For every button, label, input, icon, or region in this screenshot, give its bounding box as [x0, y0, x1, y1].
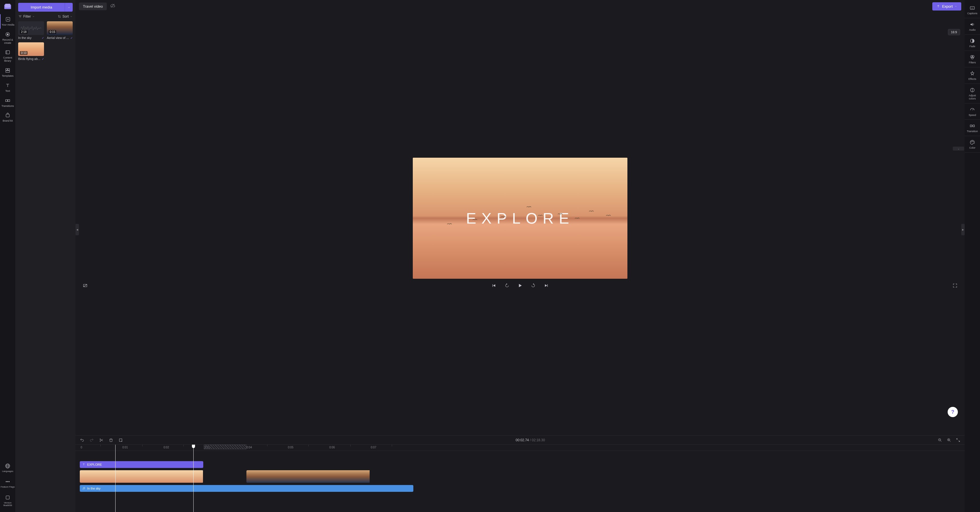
play-button[interactable]	[516, 282, 524, 290]
zoom-out-button[interactable]	[937, 437, 943, 443]
brand-kit-icon	[5, 113, 11, 118]
timeline-ruler[interactable]: 0 0:01 0:02 0:03 0:04 0:05 0:06 0:07	[75, 445, 965, 451]
media-item-audio[interactable]: 2:18 In the sky ✓	[18, 21, 44, 40]
media-item-birds[interactable]: 0:10 Birds flying ab... ✓	[18, 42, 44, 61]
svg-rect-23	[6, 496, 10, 499]
media-thumb: 0:10	[18, 42, 44, 56]
svg-rect-72	[973, 125, 975, 127]
effects-icon	[969, 71, 975, 77]
redo-button[interactable]	[89, 437, 95, 443]
rail-text[interactable]: Text	[0, 80, 15, 95]
rail-filters[interactable]: Filters	[965, 51, 980, 67]
media-duration: 0:10	[20, 51, 27, 55]
import-media-button[interactable]: Import media	[18, 3, 65, 12]
rail-label: Adjust colors	[965, 94, 980, 100]
export-label: Export	[942, 4, 953, 8]
rail-brand-kit[interactable]: Brand kit	[0, 110, 15, 125]
bird-icon	[574, 217, 580, 220]
hide-preview-button[interactable]	[81, 282, 89, 290]
export-button[interactable]: Export	[932, 2, 961, 11]
cloud-sync-icon[interactable]	[110, 3, 115, 10]
rail-adjust-colors[interactable]: Adjust colors	[965, 85, 980, 104]
rail-your-media[interactable]: Your media	[0, 14, 15, 29]
rail-content-library[interactable]: Content library	[0, 47, 15, 65]
rail-transitions[interactable]: Transitions	[0, 96, 15, 110]
rail-transition[interactable]: Transition	[965, 120, 980, 136]
video-clip-1[interactable]	[80, 470, 203, 483]
skip-back-button[interactable]	[490, 282, 498, 290]
svg-marker-36	[545, 284, 547, 287]
split-button[interactable]	[98, 437, 105, 443]
delete-button[interactable]	[108, 437, 114, 443]
rail-effects[interactable]: Effects	[965, 68, 980, 84]
fullscreen-button[interactable]	[951, 282, 959, 290]
zoom-in-button[interactable]	[946, 437, 952, 443]
playhead[interactable]	[193, 445, 194, 512]
media-item-mountain[interactable]: 0:15 Aerial view of ... ✓	[47, 21, 73, 40]
svg-rect-9	[8, 69, 10, 70]
rail-record-create[interactable]: Record & create	[0, 29, 15, 47]
svg-point-73	[971, 142, 972, 142]
sort-icon	[57, 14, 61, 19]
collapse-right-panel[interactable]: ▶	[961, 224, 965, 235]
tracks: EXPLORE In the sky	[75, 451, 965, 461]
collapse-left-panel[interactable]: ◀	[75, 224, 79, 235]
playhead-handle[interactable]	[192, 444, 195, 448]
rail-languages[interactable]: Languages	[0, 461, 15, 475]
rail-audio[interactable]: Audio	[965, 19, 980, 35]
top-bar: Travel video Export	[75, 0, 965, 13]
forward-button[interactable]	[529, 282, 537, 290]
ruler-minor	[142, 445, 143, 447]
audio-clip[interactable]: In the sky	[80, 485, 414, 492]
rail-label: Content library	[0, 56, 15, 62]
svg-point-38	[100, 439, 101, 440]
sort-button[interactable]: Sort	[57, 14, 73, 19]
svg-line-55	[958, 440, 959, 442]
ruler-tick: 0:01	[123, 446, 128, 449]
preview-canvas[interactable]: EXPLORE	[413, 158, 627, 279]
media-panel: Import media Filter Sort 2:18	[15, 0, 75, 512]
rail-feature-flags[interactable]: Feature Flags	[0, 477, 15, 491]
captions-icon: CC	[969, 5, 975, 11]
svg-line-54	[957, 439, 958, 440]
record-icon	[5, 32, 11, 37]
rail-color[interactable]: Color	[965, 137, 980, 153]
center-area: Travel video Export ◀ ▶ 16:9	[75, 0, 965, 512]
rail-label: Speed	[969, 114, 976, 117]
chevron-down-icon	[32, 15, 35, 18]
project-title[interactable]: Travel video	[79, 3, 107, 10]
snap-zone	[204, 445, 247, 449]
aspect-ratio-badge[interactable]: 16:9	[948, 29, 960, 35]
crop-button[interactable]	[118, 437, 124, 443]
zoom-fit-button[interactable]	[955, 437, 961, 443]
help-button[interactable]: ?	[948, 407, 958, 417]
media-duration: 0:15	[49, 30, 56, 34]
templates-icon	[5, 68, 11, 73]
video-clip-2[interactable]	[247, 470, 371, 483]
more-icon	[5, 479, 11, 485]
rail-templates[interactable]: Templates	[0, 65, 15, 80]
undo-button[interactable]	[79, 437, 85, 443]
rail-fade[interactable]: Fade	[965, 35, 980, 51]
svg-point-46	[121, 441, 123, 442]
timeline[interactable]: 0 0:01 0:02 0:03 0:04 0:05 0:06 0:07	[75, 444, 965, 512]
rail-version[interactable]: Version 9ba8658	[0, 492, 15, 509]
app-logo[interactable]	[3, 2, 12, 11]
playhead-start-marker[interactable]	[115, 445, 116, 512]
svg-point-21	[7, 481, 8, 482]
rail-label: Record & create	[0, 38, 15, 45]
svg-point-39	[100, 441, 101, 442]
rail-label: Your media	[2, 23, 14, 26]
filter-button[interactable]: Filter	[18, 14, 35, 19]
rail-speed[interactable]: Speed	[965, 104, 980, 120]
rail-captions[interactable]: CC Captions	[965, 2, 980, 18]
timeline-toolbar: 00:02.74 / 02:18.30	[75, 435, 965, 444]
rail-label: Languages	[2, 470, 13, 473]
library-icon	[5, 49, 11, 55]
check-icon: ✓	[42, 37, 44, 40]
import-media-chevron[interactable]	[65, 3, 73, 12]
text-clip[interactable]: EXPLORE	[80, 461, 203, 468]
right-panel-expand[interactable]: ⌄	[953, 147, 964, 151]
skip-forward-button[interactable]	[542, 282, 550, 290]
rewind-button[interactable]	[503, 282, 511, 290]
